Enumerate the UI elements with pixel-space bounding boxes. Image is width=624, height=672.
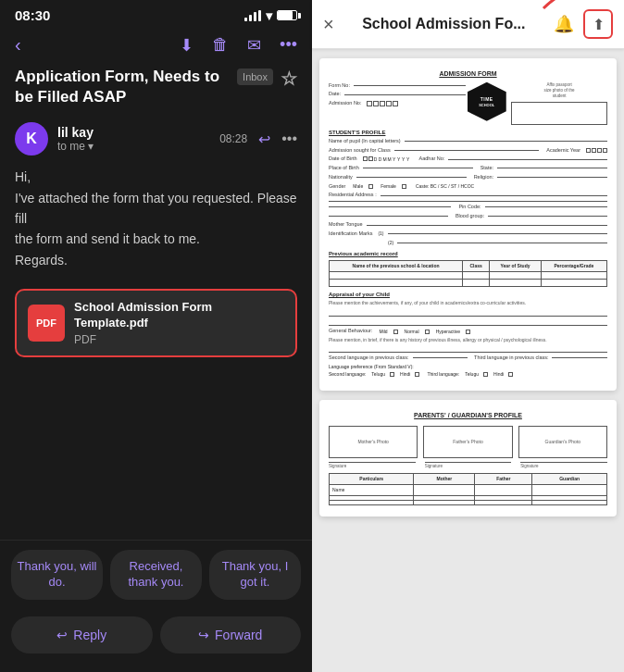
reply-button[interactable]: ↩ Reply (11, 616, 153, 653)
particulars-table: Particulars Mother Father Guardian Name (329, 473, 607, 505)
quick-reply-2[interactable]: Received, thank you. (110, 550, 202, 600)
appraisal-title: Appraisal of your Child (329, 291, 607, 298)
quick-reply-1[interactable]: Thank you, will do. (11, 550, 103, 600)
trash-icon[interactable]: 🗑 (212, 35, 229, 55)
email-sender-row: K lil kay to me ▾ 08:28 ↩ ••• (0, 115, 312, 163)
action-bar: ↩ Reply ↪ Forward (0, 609, 312, 672)
signature-row: Signature Signature Signature (329, 462, 607, 469)
forward-button[interactable]: ↪ Forward (160, 616, 302, 653)
forward-arrow-icon: ↪ (198, 628, 209, 642)
sender-info: lil kay to me ▾ (57, 125, 210, 153)
guardian-photo: Guardian's Photo (518, 426, 607, 458)
battery-icon (277, 10, 297, 20)
avatar: K (15, 122, 48, 156)
email-subject-area: Application Form, Needs to be Filled ASA… (0, 63, 312, 115)
pdf-icon: PDF (28, 305, 65, 342)
share-icon: ⬆ (593, 16, 605, 33)
pdf-title: School Admission Fo... (343, 16, 544, 32)
email-body: Hi, I've attached the form that you requ… (0, 163, 312, 281)
reply-icon[interactable]: ↩ (258, 131, 270, 148)
status-icons: ▾ (244, 8, 297, 23)
sender-more-icon[interactable]: ••• (281, 131, 297, 147)
email-panel: 08:30 ▾ ‹ ⬇ 🗑 ✉ ••• Application Form, Ne… (0, 0, 312, 672)
wifi-icon: ▾ (266, 8, 272, 23)
father-photo: Father's Photo (423, 426, 512, 458)
page2-title: PARENTS' / GUARDIAN'S PROFILE (329, 411, 607, 420)
quick-reply-3[interactable]: Thank you, I got it. (209, 550, 301, 600)
inbox-badge: Inbox (237, 68, 273, 85)
signal-icon (244, 10, 261, 21)
email-nav-bar: ‹ ⬇ 🗑 ✉ ••• (0, 27, 312, 63)
reply-arrow-icon: ↩ (56, 628, 68, 642)
attachment-card[interactable]: PDF School Admission Form Template.pdf P… (15, 289, 297, 357)
pdf-page-2: PARENTS' / GUARDIAN'S PROFILE Mother's P… (319, 400, 617, 516)
mother-photo: Mother's Photo (329, 426, 418, 458)
guardian-sig: Signature (520, 462, 607, 469)
star-icon[interactable]: ☆ (281, 67, 297, 91)
sender-name: lil kay (57, 125, 210, 140)
pdf-close-button[interactable]: × (323, 14, 334, 35)
parents-photos: Mother's Photo Father's Photo Guardian's… (329, 426, 607, 458)
inbox-icon[interactable]: ✉ (247, 35, 261, 56)
time-display: 08:30 (15, 7, 50, 23)
sender-actions: 08:28 ↩ ••• (219, 131, 297, 148)
academic-table: Name of the previous school & location C… (329, 260, 607, 287)
pdf-share-button[interactable]: ⬆ (583, 9, 613, 39)
pdf-header: × School Admission Fo... 🔔 ⬆ (312, 0, 624, 49)
email-action-icons: ⬇ 🗑 ✉ ••• (180, 35, 297, 56)
pdf-panel: × School Admission Fo... 🔔 ⬆ ADMISSI (312, 0, 624, 672)
quick-replies: Thank you, will do. Received, thank you.… (0, 540, 312, 609)
student-profile-title: STUDENT'S PROFILE (329, 129, 607, 136)
email-subject-text: Application Form, Needs to be Filled ASA… (15, 67, 231, 107)
school-logo: TIME SCHOOL (468, 82, 506, 121)
pdf-page-1: ADMISSION FORM Form No: Date: Admission … (319, 58, 617, 391)
father-sig: Signature (425, 462, 512, 469)
sender-time: 08:28 (219, 132, 247, 145)
appraisal-desc: Please mention the achievements, if any,… (329, 300, 607, 306)
attachment-filename: School Admission Form Template.pdf (74, 300, 284, 331)
page1-title: ADMISSION FORM (329, 69, 607, 79)
prev-academic-title: Previous academic record (329, 250, 607, 257)
attachment-type: PDF (74, 333, 284, 346)
bell-icon[interactable]: 🔔 (554, 14, 574, 34)
mother-sig: Signature (329, 462, 416, 469)
download-icon[interactable]: ⬇ (180, 35, 193, 56)
attachment-info: School Admission Form Template.pdf PDF (74, 300, 284, 346)
email-subject: Application Form, Needs to be Filled ASA… (15, 67, 297, 107)
back-button[interactable]: ‹ (15, 34, 21, 56)
status-bar: 08:30 ▾ (0, 0, 312, 27)
sender-sub: to me ▾ (57, 140, 210, 153)
attachment-area: PDF School Admission Form Template.pdf P… (0, 281, 312, 368)
more-options-icon[interactable]: ••• (280, 35, 297, 55)
pdf-content[interactable]: ADMISSION FORM Form No: Date: Admission … (312, 49, 624, 672)
